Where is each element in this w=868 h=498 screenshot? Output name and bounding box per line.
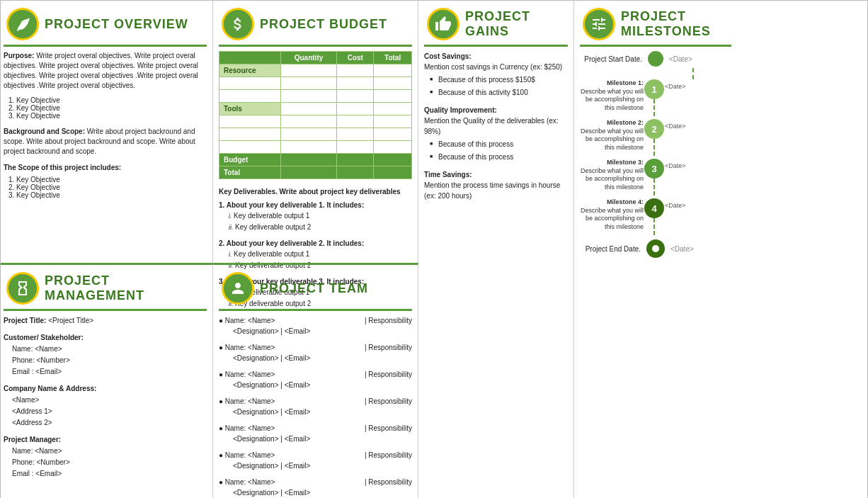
section-management: PROJECT MANAGEMENT Project Title: <Proje…	[1, 263, 213, 498]
manager-details: Name: <Name> Phone: <Number> Email : <Em…	[4, 446, 207, 480]
member-7-line2: <Designation> | <Email>	[219, 487, 412, 498]
deliverable-2-sub-1: Key deliverable output 1	[229, 249, 412, 260]
row-resource-total	[374, 64, 412, 77]
table-row-empty3	[219, 115, 412, 128]
company-block: Company Name & Address: <Name> <Address …	[4, 383, 207, 429]
end-circle	[646, 239, 665, 258]
member-1-line2: <Designation> | <Email>	[219, 326, 412, 336]
customer-email: Email : <Email>	[12, 366, 207, 378]
member-6-line2: <Designation> | <Email>	[219, 460, 412, 471]
m1-desc: Milestone 1: Describe what you will be a…	[580, 79, 644, 113]
row-budget-qty	[280, 154, 336, 166]
row-resource-qty	[280, 64, 336, 77]
scope-list: Key Objective Key Objective Key Objectiv…	[4, 176, 207, 199]
scope-intro: The Scope of this project includes:	[4, 162, 207, 173]
objective-1: Key Objective	[16, 96, 207, 104]
overview-header: PROJECT OVERVIEW	[4, 4, 207, 43]
company-name: <Name>	[12, 395, 207, 406]
quality-bullet-1: Because of this process	[430, 139, 568, 149]
section-overview: PROJECT OVERVIEW Purpose: Write project …	[1, 1, 213, 263]
overview-title: PROJECT OVERVIEW	[45, 17, 188, 32]
cost-savings-block: Cost Savings: Mention cost savings in Cu…	[424, 51, 568, 98]
row-tools-label: Tools	[219, 103, 281, 115]
row-budget-total	[374, 154, 412, 166]
mgmt-content: Project Title: <Project Title> Customer/…	[4, 315, 207, 480]
empty1-c2	[280, 77, 336, 90]
scope-3: Key Objective	[16, 191, 207, 199]
customer-details: Name: <Name> Phone: <Number> Email : <Em…	[4, 344, 207, 378]
budget-table: Quantity Cost Total Resource	[219, 51, 412, 179]
table-row-resource: Resource	[219, 64, 412, 77]
milestone-row-1: Milestone 1: Describe what you will be a…	[580, 79, 731, 116]
cost-bullet-1: Because of this process $150$	[430, 74, 568, 85]
customer-label: Customer/ Stakeholder:	[4, 332, 207, 344]
empty4-c4	[374, 128, 412, 141]
row-budget-label: Budget	[219, 154, 281, 166]
section-team: PROJECT TEAM ● Name: <Name> | Responsibi…	[213, 263, 418, 498]
milestones-icon-circle	[583, 8, 615, 40]
member-1-line1: ● Name: <Name> | Responsibility	[219, 315, 412, 326]
empty1-c4	[374, 77, 412, 90]
budget-icon-circle	[222, 8, 254, 40]
overview-purpose-block: Purpose: Write project overal objectives…	[4, 51, 207, 91]
quality-bullet-2: Because of this process	[430, 152, 568, 162]
team-member-3: ● Name: <Name> | Responsibility <Designa…	[219, 369, 412, 390]
customer-phone: Phone: <Number>	[12, 355, 207, 366]
customer-block: Customer/ Stakeholder: Name: <Name> Phon…	[4, 332, 207, 378]
gains-icon-circle	[427, 8, 459, 40]
member-4-line1: ● Name: <Name> | Responsibility	[219, 396, 412, 407]
milestone-row-3: Milestone 3: Describe what you will be a…	[580, 159, 731, 196]
m3-center: 3	[644, 159, 665, 196]
m3-circle: 3	[644, 159, 664, 179]
empty4-c3	[337, 128, 374, 141]
empty4-c2	[280, 128, 336, 141]
end-date: <Date>	[670, 245, 731, 253]
deliverable-1-sub-1: Key deliverable output 1	[229, 210, 412, 222]
row-tools-cost	[337, 103, 374, 115]
mgmt-title: PROJECT MANAGEMENT	[45, 273, 201, 303]
hourglass-icon	[14, 280, 31, 297]
mgmt-header: PROJECT MANAGEMENT	[4, 268, 207, 307]
member-2-line1: ● Name: <Name> | Responsibility	[219, 342, 412, 353]
start-circle	[648, 51, 663, 67]
m1-center: 1	[644, 79, 665, 116]
empty2-c1	[219, 90, 281, 103]
overview-divider	[4, 45, 207, 47]
m2-desc: Milestone 2: Describe what you will be a…	[580, 119, 644, 152]
section-gains: PROJECT GAINS Cost Savings: Mention cost…	[418, 1, 574, 498]
deliverable-2-label: 2. About your key deliverable 2. It incl…	[219, 238, 412, 249]
overview-background-block: Background and Scope: Write about projec…	[4, 127, 207, 157]
deliverable-1-sub: Key deliverable output 1 Key deliverable…	[219, 210, 412, 232]
member-6-line1: ● Name: <Name> | Responsibility	[219, 450, 412, 460]
project-title-value: <Project Title>	[48, 317, 93, 324]
col-header-item	[219, 52, 281, 64]
m1-circle: 1	[644, 79, 664, 99]
table-row-empty5	[219, 141, 412, 154]
milestone-row-4: Milestone 4: Describe what you will be a…	[580, 198, 731, 235]
empty2-c2	[280, 90, 336, 103]
company-addr2: <Address 2>	[12, 417, 207, 429]
member-3-line1: ● Name: <Name> | Responsibility	[219, 369, 412, 380]
empty3-c1	[219, 115, 281, 128]
gains-divider	[424, 45, 568, 47]
mgmt-divider	[4, 309, 207, 311]
page: PROJECT OVERVIEW Purpose: Write project …	[0, 0, 868, 498]
table-row-tools: Tools	[219, 103, 412, 115]
project-title-label: Project Title:	[4, 317, 46, 324]
empty2-c4	[374, 90, 412, 103]
time-label: Time Savings:	[424, 169, 568, 180]
budget-icon	[229, 16, 246, 33]
start-label: Project Start Date.	[580, 55, 642, 63]
scope-1: Key Objective	[16, 176, 207, 183]
member-7-line1: ● Name: <Name> | Responsibility	[219, 477, 412, 487]
row-total-cost	[337, 166, 374, 179]
table-row-empty4	[219, 128, 412, 141]
team-header: PROJECT TEAM	[219, 268, 412, 307]
m2-center: 2	[644, 119, 665, 156]
m4-circle: 4	[644, 198, 664, 218]
empty1-c3	[337, 77, 374, 90]
empty1-c1	[219, 77, 281, 90]
empty5-c2	[280, 141, 336, 154]
milestone-end-row: Project End Date. <Date>	[580, 239, 731, 258]
cost-bullet-2: Because of this activity $100	[430, 87, 568, 98]
